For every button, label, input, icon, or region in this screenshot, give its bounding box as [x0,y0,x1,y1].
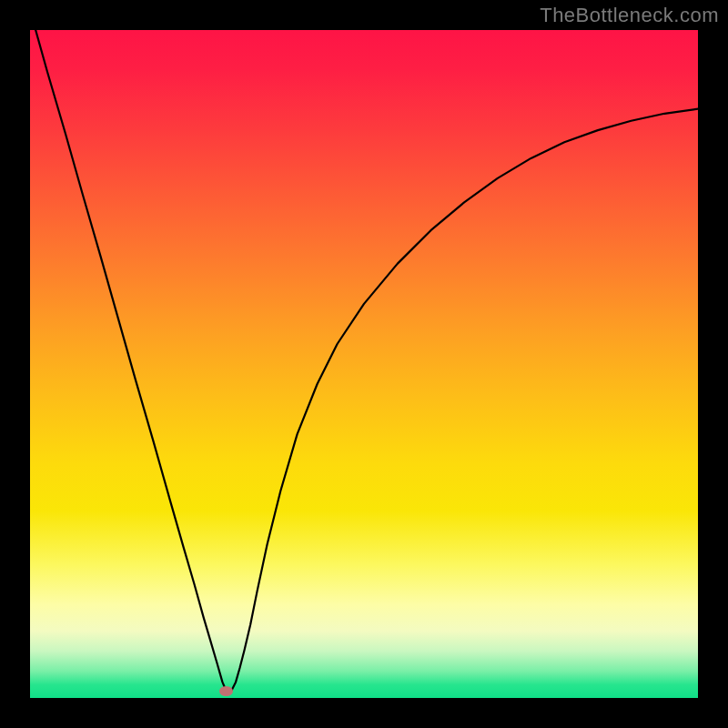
bottleneck-curve [30,30,698,698]
watermark-text: TheBottleneck.com [540,4,719,27]
chart-frame: TheBottleneck.com [0,0,728,728]
optimum-marker-icon [219,686,233,696]
plot-area [30,30,698,698]
